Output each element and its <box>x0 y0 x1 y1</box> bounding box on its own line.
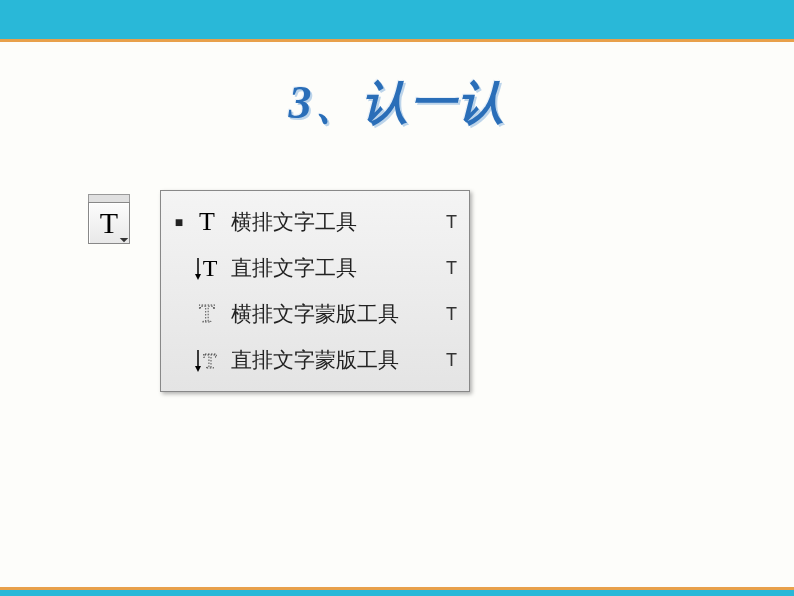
menu-item-horizontal-type-mask[interactable]: T 横排文字蒙版工具 T <box>169 291 457 337</box>
menu-item-shortcut: T <box>433 258 457 279</box>
menu-item-shortcut: T <box>433 304 457 325</box>
menu-item-label: 直排文字蒙版工具 <box>231 346 433 374</box>
slide-title: 3、认一认 <box>0 72 794 134</box>
svg-text:T: T <box>199 300 215 328</box>
menu-item-vertical-type-mask[interactable]: T 直排文字蒙版工具 T <box>169 337 457 383</box>
menu-item-vertical-type[interactable]: T 直排文字工具 T <box>169 245 457 291</box>
svg-text:T: T <box>199 208 215 236</box>
menu-item-label: 横排文字工具 <box>231 208 433 236</box>
menu-item-horizontal-type[interactable]: ■ T 横排文字工具 T <box>169 199 457 245</box>
svg-text:T: T <box>203 348 217 373</box>
type-tool-flyout-menu: ■ T 横排文字工具 T T 直排文字工具 T <box>160 190 470 392</box>
vertical-type-mask-icon: T <box>189 342 225 378</box>
horizontal-type-mask-icon: T <box>189 296 225 332</box>
flyout-indicator-icon <box>120 234 128 242</box>
tool-menu-area: T ■ T 横排文字工具 T T 直排文字工具 <box>88 190 470 392</box>
type-tool-letter: T <box>100 206 118 240</box>
svg-marker-6 <box>195 366 201 372</box>
menu-item-shortcut: T <box>433 350 457 371</box>
svg-text:T: T <box>203 255 218 281</box>
horizontal-type-icon: T <box>189 204 225 240</box>
slide-top-border <box>0 0 794 42</box>
menu-item-shortcut: T <box>433 212 457 233</box>
menu-item-label: 横排文字蒙版工具 <box>231 300 433 328</box>
tool-button-cap <box>88 194 130 202</box>
vertical-type-icon: T <box>189 250 225 286</box>
type-tool-button[interactable]: T <box>88 202 130 244</box>
svg-marker-2 <box>195 274 201 280</box>
menu-item-label: 直排文字工具 <box>231 254 433 282</box>
active-bullet-icon: ■ <box>169 214 189 230</box>
slide-bottom-border <box>0 587 794 596</box>
